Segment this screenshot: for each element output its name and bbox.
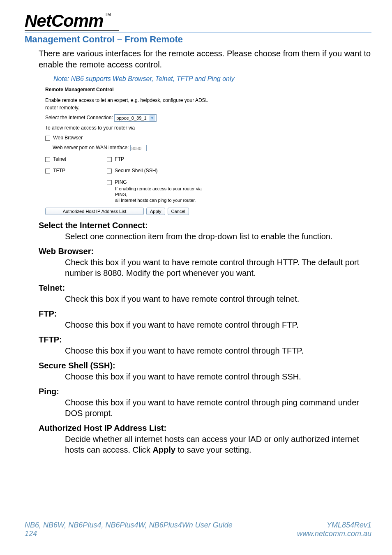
note-text: Note: NB6 supports Web Browser, Telnet, … bbox=[53, 75, 371, 83]
web-browser-label: Web Browser bbox=[53, 135, 83, 141]
intro-text: There are various interfaces for the rem… bbox=[39, 48, 371, 70]
ftp-checkbox[interactable] bbox=[107, 157, 112, 162]
panel-enable-text: Enable remote access to let an expert, e… bbox=[45, 97, 222, 111]
panel-heading: Remote Management Control bbox=[45, 86, 222, 93]
ping-label: PING bbox=[115, 179, 127, 185]
connection-dropdown-value: pppoe_0_39_1 bbox=[116, 116, 146, 120]
def-auth-body: Decide whether all internet hosts can ac… bbox=[65, 434, 371, 455]
def-web-title: Web Browser: bbox=[39, 247, 371, 256]
telnet-checkbox[interactable] bbox=[45, 157, 50, 162]
select-connection-label: Select the Internet Connection: bbox=[45, 115, 113, 120]
footer-rev: YML854Rev1 bbox=[297, 521, 371, 530]
web-browser-checkbox[interactable] bbox=[45, 136, 50, 141]
def-telnet-title: Telnet: bbox=[39, 283, 371, 293]
footer-guide-title: NB6, NB6W, NB6Plus4, NB6Plus4W, NB6Plus4… bbox=[25, 521, 233, 530]
tftp-checkbox[interactable] bbox=[45, 169, 50, 173]
trademark-symbol: TM bbox=[105, 12, 111, 17]
ping-note-2: all Internet hosts can ping to your rout… bbox=[115, 197, 214, 203]
def-select-title: Select the Internet Connect: bbox=[39, 221, 371, 230]
web-port-input[interactable]: 8080 bbox=[130, 145, 147, 151]
ping-checkbox[interactable] bbox=[107, 180, 112, 185]
cancel-button[interactable]: Cancel bbox=[168, 208, 189, 215]
def-ping-title: Ping: bbox=[39, 387, 371, 396]
header-divider bbox=[25, 32, 371, 32]
def-ssh-body: Choose this box if you want to have remo… bbox=[65, 371, 371, 382]
logo-underline bbox=[25, 30, 119, 31]
web-port-label: Web server port on WAN interface: bbox=[53, 145, 129, 150]
def-auth-title: Authorized Host IP Address List: bbox=[39, 423, 371, 433]
connection-dropdown[interactable]: pppoe_0_39_1 ▾ bbox=[114, 114, 156, 122]
apply-button[interactable]: Apply bbox=[146, 208, 165, 215]
def-select-body: Select one connection item from the drop… bbox=[65, 231, 371, 242]
remote-mgmt-panel: Remote Management Control Enable remote … bbox=[45, 86, 222, 215]
telnet-label: Telnet bbox=[53, 156, 66, 162]
def-telnet-body: Check this box if you want to have remot… bbox=[65, 294, 371, 304]
ping-note-1: If enabling remote access to your router… bbox=[115, 186, 214, 198]
footer-url: www.netcomm.com.au bbox=[297, 530, 371, 539]
footer-page-number: 124 bbox=[25, 530, 233, 539]
def-ftp-body: Choose this box if you want to have remo… bbox=[65, 319, 371, 330]
def-ftp-title: FTP: bbox=[39, 309, 371, 319]
section-title: Management Control – From Remote bbox=[25, 34, 371, 45]
tftp-label: TFTP bbox=[53, 168, 65, 173]
def-tftp-title: TFTP: bbox=[39, 335, 371, 345]
chevron-down-icon[interactable]: ▾ bbox=[150, 116, 155, 121]
def-web-body: Check this box if you want to have remot… bbox=[65, 257, 371, 278]
allow-access-text: To allow remote access to your router vi… bbox=[45, 124, 222, 132]
def-ssh-title: Secure Shell (SSH): bbox=[39, 361, 371, 370]
def-tftp-body: Choose this box if you want to have remo… bbox=[65, 345, 371, 356]
authorized-host-button[interactable]: Authorized Host IP Address List bbox=[45, 208, 144, 215]
ssh-label: Secure Shell (SSH) bbox=[115, 168, 157, 173]
ftp-label: FTP bbox=[115, 156, 124, 162]
page-footer: NB6, NB6W, NB6Plus4, NB6Plus4W, NB6Plus4… bbox=[25, 516, 371, 539]
ssh-checkbox[interactable] bbox=[107, 169, 112, 173]
def-ping-body: Choose this box if you want to have remo… bbox=[65, 397, 371, 419]
footer-divider bbox=[25, 519, 371, 519]
brand-logo: NetComm bbox=[25, 12, 103, 30]
